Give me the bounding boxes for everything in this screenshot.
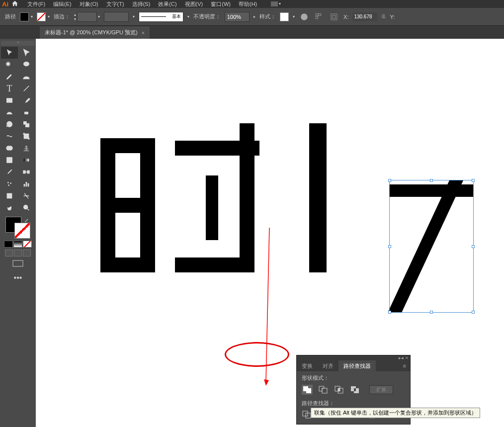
hand-tool[interactable] [1, 202, 18, 214]
fill-color-swatch[interactable] [20, 12, 29, 21]
menu-window[interactable]: 窗口(W) [207, 0, 235, 8]
type-tool[interactable]: T [1, 83, 18, 94]
color-mode-btn[interactable] [4, 241, 13, 248]
eraser-tool[interactable] [18, 106, 35, 118]
opacity-input[interactable] [225, 12, 250, 22]
fill-dropdown-icon[interactable]: ▾ [31, 14, 33, 19]
resize-handle[interactable] [472, 245, 475, 248]
menu-bar: Ai 文件(F) 编辑(E) 对象(O) 文字(T) 选择(S) 效果(C) 视… [0, 0, 504, 8]
resize-handle[interactable] [430, 311, 433, 314]
line-segment-tool[interactable] [18, 83, 35, 94]
svg-line-7 [24, 86, 29, 91]
expand-button[interactable]: 扩展 [369, 385, 393, 394]
screen-mode-btn[interactable] [2, 259, 34, 269]
rotate-tool[interactable] [1, 118, 18, 130]
transform-panel-icon[interactable] [329, 11, 339, 22]
recolor-icon[interactable] [299, 11, 310, 22]
gradient-mode-btn[interactable] [13, 241, 22, 248]
scale-tool[interactable] [18, 118, 35, 130]
selected-object[interactable] [390, 180, 473, 312]
eyedropper-tool[interactable] [1, 166, 18, 178]
resize-handle[interactable] [388, 245, 391, 248]
menu-effect[interactable]: 效果(C) [154, 0, 180, 8]
menu-help[interactable]: 帮助(H) [235, 0, 261, 8]
magic-wand-tool[interactable] [1, 59, 18, 71]
menu-select[interactable]: 选择(S) [128, 0, 155, 8]
svg-rect-8 [7, 98, 12, 102]
draw-behind-btn[interactable] [14, 250, 22, 256]
glyph-shape[interactable] [240, 123, 254, 272]
menu-object[interactable]: 对象(O) [76, 0, 102, 8]
graphic-style-swatch[interactable] [280, 12, 289, 21]
glyph-shape[interactable] [309, 123, 327, 138]
menu-edit[interactable]: 编辑(E) [49, 0, 76, 8]
lasso-tool[interactable] [18, 59, 35, 71]
pen-tool[interactable] [1, 71, 18, 83]
unite-mode-btn[interactable] [302, 385, 313, 395]
tool-panel-grip[interactable] [1, 41, 35, 46]
resize-handle[interactable] [388, 179, 391, 182]
workspace-switcher[interactable]: ▾ [271, 1, 281, 6]
svg-line-32 [27, 209, 29, 210]
tab-transform[interactable]: 变换 [297, 360, 318, 372]
symbol-sprayer-tool[interactable] [1, 178, 18, 190]
x-coordinate[interactable]: 130.678 [352, 12, 377, 21]
free-transform-tool[interactable] [18, 130, 35, 142]
zoom-tool[interactable] [18, 202, 35, 214]
slice-tool[interactable] [18, 190, 35, 202]
stroke-box[interactable] [14, 223, 30, 239]
fill-stroke-indicator[interactable]: ⤢ [5, 217, 30, 239]
panel-menu-icon[interactable]: ≡ [399, 363, 410, 369]
glyph-shape[interactable] [100, 138, 155, 272]
intersect-mode-btn[interactable] [334, 385, 344, 395]
width-tool[interactable] [1, 130, 18, 142]
edit-toolbar-btn[interactable]: ••• [2, 273, 34, 282]
rectangle-tool[interactable] [1, 94, 18, 106]
column-graph-tool[interactable] [18, 178, 35, 190]
mesh-tool[interactable] [1, 154, 18, 166]
perspective-grid-tool[interactable] [18, 142, 35, 154]
stroke-width-input[interactable] [77, 12, 97, 22]
panel-header[interactable]: ▸◂ × [297, 355, 410, 360]
direct-selection-tool[interactable] [18, 47, 35, 59]
tab-align[interactable]: 对齐 [318, 360, 338, 372]
home-icon[interactable] [11, 0, 18, 8]
canvas[interactable]: ▸◂ × 变换 对齐 路径查找器 ≡ 形状模式： [36, 39, 504, 427]
exclude-mode-btn[interactable] [349, 385, 360, 395]
resize-handle[interactable] [472, 311, 475, 314]
draw-normal-btn[interactable] [5, 250, 13, 256]
none-mode-btn[interactable] [23, 241, 32, 248]
menu-file[interactable]: 文件(F) [23, 0, 49, 8]
minus-front-mode-btn[interactable] [318, 385, 329, 395]
blend-tool[interactable] [18, 166, 35, 178]
shape-modes-label: 形状模式： [302, 374, 405, 382]
glyph-shape[interactable] [206, 175, 218, 240]
swap-fill-stroke-icon[interactable]: ⤢ [24, 218, 28, 223]
draw-inside-btn[interactable] [23, 250, 31, 256]
gradient-tool[interactable] [18, 154, 35, 166]
brush-definition[interactable]: 基本 [139, 12, 183, 22]
shape-builder-tool[interactable] [1, 142, 18, 154]
stroke-color-swatch[interactable] [37, 12, 46, 21]
tab-pathfinder[interactable]: 路径查找器 [338, 360, 376, 372]
curvature-tool[interactable] [18, 71, 35, 83]
resize-handle[interactable] [388, 311, 391, 314]
shaper-tool[interactable] [1, 106, 18, 118]
stroke-width-stepper[interactable]: ▴▾ ▾ [74, 12, 100, 22]
glyph-shape[interactable] [175, 257, 245, 272]
panel-collapse-icon[interactable]: ▸◂ [399, 355, 404, 360]
variable-width-profile[interactable] [104, 12, 129, 22]
align-panel-icon[interactable] [314, 11, 325, 22]
panel-close-icon[interactable]: × [406, 355, 408, 360]
paintbrush-tool[interactable] [18, 94, 35, 106]
resize-handle[interactable] [430, 179, 433, 182]
selection-tool[interactable] [1, 47, 18, 59]
tab-close-icon[interactable]: × [142, 30, 145, 36]
resize-handle[interactable] [472, 179, 475, 182]
menu-type[interactable]: 文字(T) [102, 0, 128, 8]
glyph-shape[interactable] [309, 138, 327, 272]
stroke-dropdown-icon[interactable]: ▾ [48, 14, 50, 19]
document-tab[interactable]: 未标题-1* @ 200% (CMYK/GPU 预览) × [40, 26, 150, 39]
menu-view[interactable]: 视图(V) [181, 0, 207, 8]
artboard-tool[interactable] [1, 190, 18, 202]
